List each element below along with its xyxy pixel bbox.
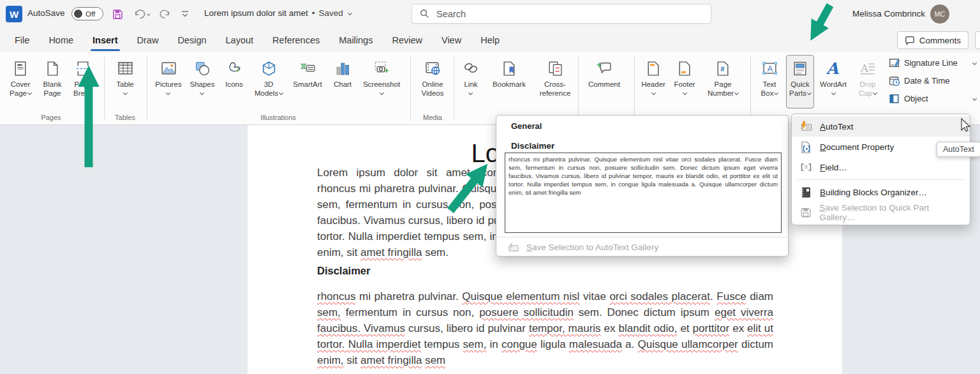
autosave-toggle[interactable]: Off: [71, 7, 103, 20]
doc-text-line: tortor. Nulla imperdiet tempus sem, in c…: [317, 336, 773, 352]
tab-home[interactable]: Home: [39, 28, 83, 52]
user-name: Melissa Combrinck: [852, 9, 925, 19]
screenshot-button[interactable]: Screenshot: [359, 55, 405, 108]
footer-button[interactable]: Footer: [670, 55, 699, 108]
redo-icon[interactable]: [159, 8, 172, 20]
group-separator: [454, 56, 454, 120]
toggle-knob-icon: [74, 10, 82, 18]
menu-item-field[interactable]: Field…: [792, 157, 970, 177]
autosave-state: Off: [85, 10, 95, 18]
screenshot-icon: [373, 60, 390, 77]
object-button[interactable]: Object: [888, 92, 979, 105]
menu-item-autotext[interactable]: AutoText: [792, 116, 970, 137]
chart-button[interactable]: Chart: [328, 55, 357, 108]
wordart-icon: A: [825, 60, 842, 77]
page-number-icon: #: [715, 60, 732, 77]
page-break-label: PageBreak: [73, 80, 93, 98]
pictures-button[interactable]: Pictures: [152, 55, 185, 108]
undo-icon[interactable]: [133, 8, 150, 20]
tab-review[interactable]: Review: [382, 28, 432, 52]
date-time-icon: [888, 75, 900, 87]
ribbon-group-media: OnlineVideos: [413, 55, 452, 108]
avatar[interactable]: MC: [930, 4, 949, 24]
word-logo-icon[interactable]: W: [6, 6, 22, 22]
signature-line-button[interactable]: Signature Line: [888, 56, 979, 69]
date-time-button[interactable]: Date & Time: [888, 74, 979, 87]
cross-reference-button[interactable]: Cross-reference: [535, 55, 575, 108]
smartart-button[interactable]: SmartArt: [288, 55, 327, 108]
tab-design[interactable]: Design: [168, 28, 216, 52]
quick-parts-button[interactable]: QuickParts: [786, 55, 814, 108]
page-break-icon: [75, 60, 92, 77]
group-separator: [410, 56, 411, 120]
gallery-entry-preview[interactable]: rhoncus mi pharetra pulvinar. Quisque el…: [505, 153, 782, 233]
header-button[interactable]: Header: [638, 55, 669, 108]
customize-qat-icon[interactable]: [181, 10, 189, 18]
cover-page-button[interactable]: CoverPage: [4, 55, 37, 108]
icons-button[interactable]: Icons: [219, 55, 249, 108]
gallery-category: General: [511, 121, 542, 131]
table-icon: [117, 60, 134, 77]
group-separator: [147, 56, 147, 120]
ribbon-group: LinkBookmarkCross-reference: [458, 55, 575, 108]
tab-view[interactable]: View: [432, 28, 471, 52]
object-icon: [888, 93, 900, 105]
tab-mailings[interactable]: Mailings: [329, 28, 382, 52]
comment-button[interactable]: Comment: [582, 55, 627, 108]
tab-insert[interactable]: Insert: [83, 28, 128, 52]
menu-item-label: Field…: [820, 163, 847, 172]
text-box-icon: A: [761, 60, 778, 77]
shapes-button[interactable]: Shapes: [186, 55, 218, 108]
blank-page-label: BlankPage: [43, 80, 62, 98]
link-icon: [463, 60, 480, 77]
shapes-icon: [194, 60, 211, 77]
pictures-icon: [160, 60, 177, 77]
page-break-button[interactable]: PageBreak: [68, 55, 98, 108]
group-label-tables: Tables: [108, 114, 142, 121]
bookmark-button[interactable]: Bookmark: [485, 55, 533, 108]
bookmark-label: Bookmark: [493, 80, 526, 89]
search-box[interactable]: [412, 4, 711, 24]
page-number-button[interactable]: #PageNumber: [701, 55, 745, 108]
bookmark-icon: [501, 60, 518, 77]
title-dropdown-icon[interactable]: [348, 11, 352, 15]
quick-parts-icon: [792, 60, 809, 77]
smartart-label: SmartArt: [293, 80, 322, 89]
autotext-icon: [507, 243, 519, 252]
document-title-bar[interactable]: Lorem ipsum dolor sit amet • Saved: [204, 8, 352, 18]
tab-help[interactable]: Help: [471, 28, 509, 52]
tab-file[interactable]: File: [5, 28, 39, 52]
blank-page-button[interactable]: BlankPage: [38, 55, 66, 108]
search-input[interactable]: [435, 8, 678, 20]
editing-button-partial[interactable]: [975, 31, 980, 49]
doc-heading-disclaimer: Disclaimer: [317, 265, 370, 277]
preview-line: sem, fermentum in cursus non, posuere so…: [509, 163, 778, 172]
page-number-label: PageNumber: [708, 80, 738, 98]
svg-text:A: A: [826, 60, 839, 77]
autosave-label: AutoSave: [27, 8, 65, 18]
field-icon: [799, 161, 812, 174]
link-button[interactable]: Link: [458, 55, 484, 108]
comments-button[interactable]: Comments: [897, 31, 969, 49]
table-button[interactable]: Table: [108, 55, 142, 108]
text-box-button[interactable]: ATextBox: [754, 55, 785, 108]
wordart-button[interactable]: AWordArt: [815, 55, 851, 108]
comment-label: Comment: [588, 80, 620, 89]
tab-references[interactable]: References: [263, 28, 329, 52]
tab-layout[interactable]: Layout: [216, 28, 264, 52]
preview-line: enim, sit amet fringilla sem: [509, 188, 778, 197]
search-icon: [420, 9, 429, 19]
save-selection-autotext-item[interactable]: Save Selection to AutoText Gallery: [496, 237, 789, 257]
undo-dropdown-icon[interactable]: [147, 12, 151, 16]
icons-label: Icons: [225, 80, 243, 89]
tab-draw[interactable]: Draw: [128, 28, 168, 52]
footer-label: Footer: [674, 80, 695, 98]
document-property-icon: [799, 140, 812, 153]
drop-cap-button: ADropCap: [852, 55, 883, 108]
menu-item-building-blocks-organizer[interactable]: Building Blocks Organizer…: [792, 182, 970, 202]
ribbon-group-pages: CoverPageBlankPagePageBreak: [4, 55, 98, 108]
save-icon[interactable]: [112, 8, 124, 20]
3d-models-button[interactable]: 3DModels: [250, 55, 287, 108]
quick-access-toolbar: [112, 5, 189, 23]
online-videos-button[interactable]: OnlineVideos: [413, 55, 452, 108]
